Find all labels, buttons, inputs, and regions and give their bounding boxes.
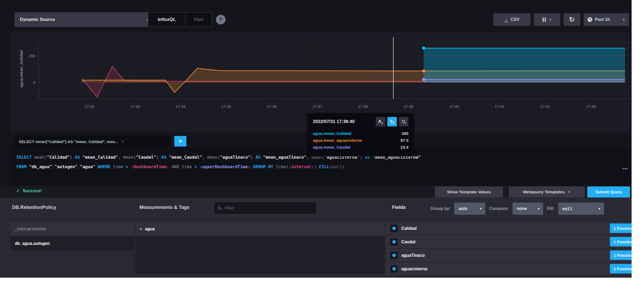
chronograf-data-explorer: Dynamic Source ▼ InfluxQL Flux ? ↓ CSV ▼…: [0, 0, 632, 278]
query-status-success: ✓ Success!: [16, 188, 42, 193]
field-name: Caudal: [401, 240, 415, 244]
db-retention-policy-list: _internal.monitordb_agua.autogen: [11, 222, 134, 251]
check-icon: ✓: [16, 188, 20, 193]
sort-alphabetical-button[interactable]: Az: [376, 117, 385, 126]
field-control-label: Fill:: [547, 206, 554, 211]
tooltip-series-row: agua.mean_Calidad 260: [313, 130, 408, 137]
svg-text:17:35: 17:35: [221, 104, 231, 109]
fields-list: Calidad 1 Function Caudal 1 Function agu…: [386, 222, 632, 276]
tooltip-series-row: agua.mean_Caudal 23.4: [313, 144, 408, 151]
svg-text:17:37: 17:37: [312, 104, 322, 109]
svg-text:17:39: 17:39: [403, 104, 413, 109]
add-query-tab-button[interactable]: +: [174, 136, 186, 146]
field-name: aguacisterna: [401, 267, 427, 271]
filter-input[interactable]: [224, 205, 313, 211]
search-icon: [218, 206, 222, 210]
close-icon[interactable]: ×: [121, 139, 124, 144]
svg-text:17:40: 17:40: [449, 104, 459, 109]
fields-controls: Group by: auto▼Compare: none▼Fill: null▼: [430, 203, 632, 215]
svg-text:17:43: 17:43: [586, 104, 596, 109]
measurement-filter: [214, 202, 317, 215]
chevron-down-icon: ▼: [139, 227, 142, 231]
field-list-item[interactable]: aguaTinaco 1 Function: [386, 249, 632, 262]
field-selected-dot: [392, 267, 396, 271]
chevron-down-icon: ▼: [598, 207, 601, 210]
svg-text:0: 0: [33, 80, 35, 85]
function-count-button[interactable]: 1 Function: [610, 250, 632, 260]
field-checkbox[interactable]: [390, 265, 398, 273]
field-name: Calidad: [401, 226, 417, 231]
query-tab-label: SELECT mean("Calidad") AS "mean_Calidad"…: [19, 139, 118, 144]
db-retention-policy-header: DB.RetentionPolicy: [12, 205, 56, 210]
field-name: aguaTinaco: [401, 253, 425, 258]
field-control-dropdown[interactable]: none▼: [513, 203, 543, 215]
series-name: agua.mean_aguacisterna: [313, 138, 362, 143]
query-tab[interactable]: SELECT mean("Calidad") AS "mean_Calidad"…: [15, 135, 171, 148]
function-count-button[interactable]: 1 Function: [610, 237, 632, 246]
series-name: agua.mean_Calidad: [313, 131, 351, 136]
chevron-down-icon: ▼: [568, 190, 571, 194]
field-control-dropdown[interactable]: null▼: [558, 203, 604, 215]
field-checkbox[interactable]: [390, 252, 398, 259]
field-list-item[interactable]: aguacisterna 1 Function: [386, 263, 632, 275]
tooltip-series-row: agua.mean_aguacisterna 87.5: [313, 137, 408, 144]
svg-text:17:34: 17:34: [176, 104, 186, 109]
svg-text:17:38: 17:38: [358, 104, 368, 109]
series-name: agua.mean_Caudal: [313, 145, 350, 150]
measurement-expanded-area: [135, 237, 385, 274]
show-template-values-button[interactable]: Show Template Values: [435, 186, 503, 198]
db-list-item[interactable]: db_agua.autogen: [11, 237, 134, 250]
measurements-list: ▼agua: [135, 222, 385, 274]
db-list-item[interactable]: _internal.monitor: [11, 222, 134, 236]
search-icon: [402, 120, 406, 124]
svg-text:17:32: 17:32: [84, 104, 95, 109]
field-selected-dot: [392, 227, 396, 230]
field-checkbox[interactable]: [390, 225, 398, 232]
tooltip-timestamp: 2022/07/31 17:38:40: [313, 119, 355, 124]
chevron-down-icon: ▼: [537, 207, 540, 210]
field-list-item[interactable]: Calidad 1 Function: [386, 222, 632, 235]
field-control-label: Group by:: [430, 206, 450, 211]
editor-resize-handle[interactable]: [622, 168, 628, 169]
field-list-item[interactable]: Caudal 1 Function: [386, 236, 632, 248]
svg-text:17:42: 17:42: [540, 104, 550, 109]
series-value: 87.5: [401, 138, 408, 143]
svg-text:agua.mean_Calidad: agua.mean_Calidad: [19, 50, 23, 88]
svg-text:17:33: 17:33: [130, 104, 140, 109]
svg-text:200: 200: [29, 54, 35, 58]
field-selected-dot: [392, 254, 396, 257]
measurements-tags-header: Measurements & Tags: [139, 205, 190, 210]
function-count-button[interactable]: 1 Function: [610, 264, 632, 273]
metaquery-templates-dropdown[interactable]: Metaquery Templates ▼: [509, 186, 585, 198]
sort-numeric-button[interactable]: 90: [387, 117, 397, 126]
chevron-down-icon: ▼: [480, 207, 482, 210]
field-selected-dot: [392, 240, 396, 244]
field-control-dropdown[interactable]: auto▼: [454, 203, 485, 215]
svg-text:17:36: 17:36: [267, 104, 277, 109]
series-value: 260: [402, 131, 408, 136]
fields-header: Fields: [392, 205, 406, 210]
function-count-button[interactable]: 1 Function: [610, 223, 632, 233]
query-line-2: FROM "db_agua"."autogen"."agua" WHERE ti…: [16, 164, 345, 170]
search-series-button[interactable]: [399, 117, 408, 126]
measurement-item[interactable]: ▼agua: [135, 222, 385, 236]
svg-text:17:41: 17:41: [495, 104, 505, 109]
field-control-label: Compare:: [489, 206, 509, 211]
submit-query-button[interactable]: Submit Query: [587, 186, 630, 198]
tooltip-series-list: agua.mean_Calidad 260 agua.mean_aguacist…: [313, 130, 408, 151]
hover-legend-tooltip: 2022/07/31 17:38:40 Az 90 agua.mean_Cali…: [308, 113, 414, 156]
series-value: 23.4: [401, 145, 408, 150]
field-checkbox[interactable]: [390, 238, 398, 246]
